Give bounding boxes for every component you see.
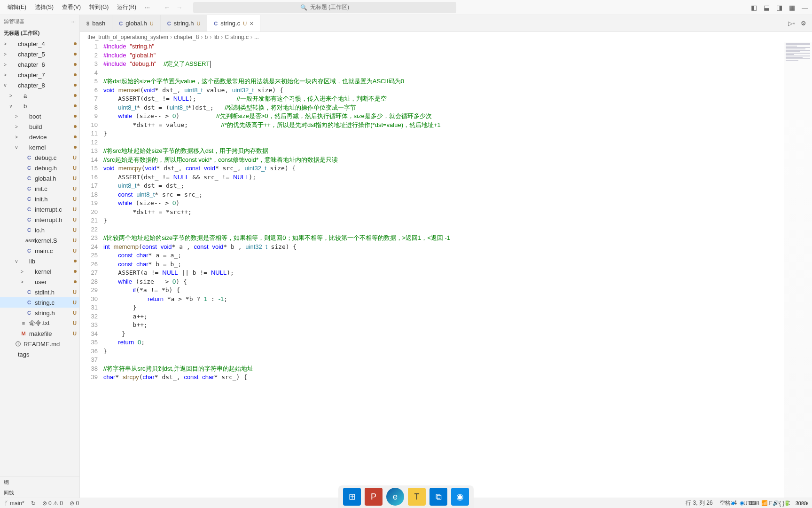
tree-item-makefile[interactable]: MmakefileU bbox=[0, 328, 79, 339]
layout-custom-icon[interactable]: ▦ bbox=[789, 4, 795, 11]
start-icon[interactable]: ⊞ bbox=[343, 488, 361, 506]
tree-item-stdint.h[interactable]: Cstdint.hU bbox=[0, 287, 79, 297]
problems-indicator[interactable]: ⊗ 0 ⚠ 0 bbox=[42, 500, 63, 507]
tray-keyboard-icon[interactable]: ⌨ bbox=[749, 500, 757, 506]
timeline-section[interactable]: 间线 bbox=[0, 487, 79, 498]
tree-item-lib[interactable]: vlib bbox=[0, 256, 79, 266]
tray-wifi-icon[interactable]: 📶 bbox=[761, 500, 768, 506]
tree-item-kernel.S[interactable]: asmkernel.SU bbox=[0, 235, 79, 246]
crumb[interactable]: b bbox=[205, 34, 208, 40]
tree-item-main.c[interactable]: Cmain.cU bbox=[0, 246, 79, 256]
tree-item-README.md[interactable]: ⓘREADME.md bbox=[0, 339, 79, 349]
tab-string.h[interactable]: Cstring.hU bbox=[161, 15, 208, 32]
crumb[interactable]: ... bbox=[254, 34, 259, 40]
tree-item-build[interactable]: >build bbox=[0, 121, 79, 132]
menu-goto[interactable]: 转到(G) bbox=[86, 1, 112, 13]
close-icon: × bbox=[250, 20, 253, 27]
tree-item-user[interactable]: >user bbox=[0, 277, 79, 287]
menu-view[interactable]: 查看(V) bbox=[58, 1, 85, 13]
tree-item-interrupt.h[interactable]: Cinterrupt.hU bbox=[0, 214, 79, 225]
nav-forward-icon[interactable]: → bbox=[176, 4, 183, 11]
editor-area: $bashCglobal.hUCstring.hUCstring.cU× ▷◦ … bbox=[80, 15, 812, 498]
crumb[interactable]: the_truth_of_operationg_system bbox=[87, 34, 168, 40]
layout-left-icon[interactable]: ◧ bbox=[751, 4, 757, 11]
run-icon[interactable]: ▷◦ bbox=[788, 20, 795, 27]
workspace-title[interactable]: 无标题 (工作区) bbox=[0, 28, 79, 39]
app-notes-icon[interactable]: T bbox=[408, 488, 426, 506]
cursor-position[interactable]: 行 3, 列 26 bbox=[686, 499, 712, 507]
tree-item-kernel[interactable]: vkernel bbox=[0, 142, 79, 152]
menu-run[interactable]: 运行(R) bbox=[113, 1, 140, 13]
menubar: 编辑(E) 选择(S) 查看(V) 转到(G) 运行(R) ··· ← → 🔍 … bbox=[0, 0, 812, 15]
tray-app2-icon[interactable]: ◉ bbox=[740, 500, 744, 506]
tree-item-boot[interactable]: >boot bbox=[0, 111, 79, 121]
app-edge-icon[interactable]: e bbox=[386, 488, 404, 506]
tray-time[interactable]: 2023/ bbox=[795, 500, 808, 506]
tree-item-命令.txt[interactable]: ≡命令.txtU bbox=[0, 318, 79, 328]
tree-item-debug.h[interactable]: Cdebug.hU bbox=[0, 163, 79, 173]
tree-item-chapter_4[interactable]: >chapter_4 bbox=[0, 39, 79, 49]
app-meeting-icon[interactable]: ◉ bbox=[451, 488, 469, 506]
nav-back-icon[interactable]: ← bbox=[164, 4, 171, 11]
layout-right-icon[interactable]: ◨ bbox=[776, 4, 782, 11]
tab-global.h[interactable]: Cglobal.hU bbox=[112, 15, 160, 32]
tree-item-init.h[interactable]: Cinit.hU bbox=[0, 194, 79, 204]
tree-item-init.c[interactable]: Cinit.cU bbox=[0, 183, 79, 194]
explorer-sidebar: 源管理器 ··· 无标题 (工作区) >chapter_4>chapter_5>… bbox=[0, 15, 80, 498]
menu-select[interactable]: 选择(S) bbox=[31, 1, 57, 13]
layout-bottom-icon[interactable]: ⬓ bbox=[764, 4, 770, 11]
tree-item-device[interactable]: >device bbox=[0, 132, 79, 142]
tray-app1-icon[interactable]: ◆ bbox=[731, 500, 735, 506]
editor-tabs: $bashCglobal.hUCstring.hUCstring.cU× ▷◦ … bbox=[80, 15, 812, 32]
crumb[interactable]: C string.c bbox=[225, 34, 249, 40]
search-placeholder: 无标题 (工作区) bbox=[310, 3, 349, 11]
tree-item-chapter_7[interactable]: >chapter_7 bbox=[0, 70, 79, 80]
windows-taskbar[interactable]: ⊞ P e T ⧉ ◉ bbox=[338, 485, 474, 508]
tree-item-b[interactable]: vb bbox=[0, 101, 79, 111]
menu-edit[interactable]: 编辑(E) bbox=[4, 1, 30, 13]
tree-item-io.h[interactable]: Cio.hU bbox=[0, 225, 79, 235]
tab-string.c[interactable]: Cstring.cU× bbox=[207, 15, 260, 32]
tree-item-string.h[interactable]: Cstring.hU bbox=[0, 308, 79, 318]
tree-item-chapter_8[interactable]: vchapter_8 bbox=[0, 80, 79, 90]
tray-volume-icon[interactable]: 🔊 bbox=[773, 500, 779, 506]
line-gutter: 1234567891011121314151617181920212223242… bbox=[80, 42, 103, 498]
app-vscode-icon[interactable]: ⧉ bbox=[429, 488, 447, 506]
search-icon: 🔍 bbox=[300, 4, 307, 11]
outline-section[interactable]: 纲 bbox=[0, 477, 79, 487]
tree-item-kernel[interactable]: >kernel bbox=[0, 266, 79, 277]
minimap[interactable] bbox=[784, 42, 812, 498]
menu-overflow[interactable]: ··· bbox=[141, 2, 154, 13]
branch-indicator[interactable]: ᚶ main* bbox=[5, 500, 24, 507]
explorer-more-icon[interactable]: ··· bbox=[71, 19, 76, 24]
window-minimize-icon[interactable]: — bbox=[802, 4, 808, 11]
breadcrumb[interactable]: the_truth_of_operationg_system›chapter_8… bbox=[80, 32, 812, 42]
code-content[interactable]: #include "string.h" #include "global.h" … bbox=[103, 42, 812, 498]
crumb[interactable]: lib bbox=[213, 34, 219, 40]
sync-icon[interactable]: ↻ bbox=[31, 500, 36, 507]
tree-item-chapter_5[interactable]: >chapter_5 bbox=[0, 49, 79, 59]
system-tray[interactable]: ^ ◆ ◉ ⌨ 📶 🔊 🔋 2023/ bbox=[724, 500, 808, 506]
crumb[interactable]: chapter_8 bbox=[174, 34, 199, 40]
app-pdf-icon[interactable]: P bbox=[365, 488, 383, 506]
explorer-title: 源管理器 bbox=[4, 18, 24, 25]
tab-actions: ▷◦ ⚙ bbox=[782, 15, 812, 32]
command-center[interactable]: 🔍 无标题 (工作区) bbox=[193, 2, 456, 13]
tree-item-chapter_6[interactable]: >chapter_6 bbox=[0, 59, 79, 70]
settings-icon[interactable]: ⚙ bbox=[801, 20, 806, 27]
tree-item-debug.c[interactable]: Cdebug.cU bbox=[0, 152, 79, 163]
tab-bash[interactable]: $bash bbox=[80, 15, 112, 32]
tree-item-string.c[interactable]: Cstring.cU bbox=[0, 297, 79, 308]
tree-item-global.h[interactable]: Cglobal.hU bbox=[0, 173, 79, 183]
tree-item-tags[interactable]: tags bbox=[0, 349, 79, 359]
tree-item-interrupt.c[interactable]: Cinterrupt.cU bbox=[0, 204, 79, 214]
file-tree[interactable]: >chapter_4>chapter_5>chapter_6>chapter_7… bbox=[0, 39, 79, 476]
tray-chevron-icon[interactable]: ^ bbox=[724, 500, 726, 506]
ports-indicator[interactable]: ⊘ 0 bbox=[70, 500, 79, 507]
tray-battery-icon[interactable]: 🔋 bbox=[784, 500, 790, 506]
tree-item-a[interactable]: >a bbox=[0, 90, 79, 101]
nav-history: ← → bbox=[164, 4, 183, 11]
